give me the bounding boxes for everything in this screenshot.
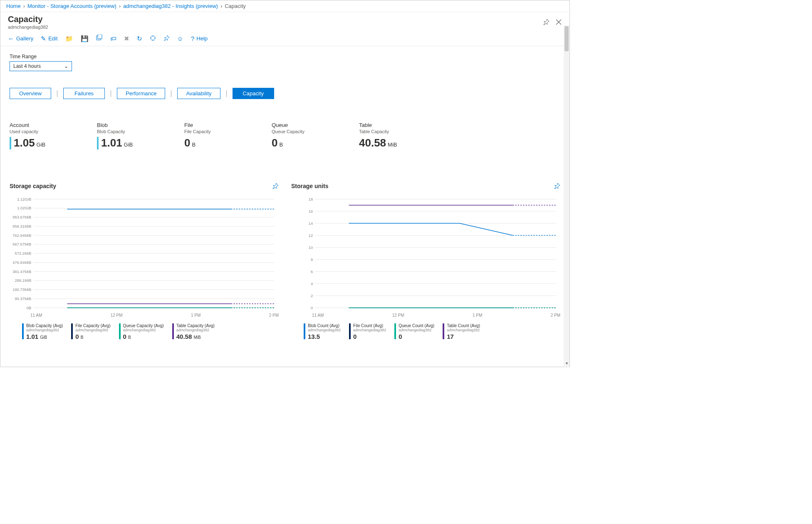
pin-icon[interactable] xyxy=(543,19,550,25)
pin-chart-icon[interactable] xyxy=(272,183,279,189)
svg-text:0: 0 xyxy=(311,305,313,310)
help-button[interactable]: ? Help xyxy=(191,35,208,42)
breadcrumb-home[interactable]: Home xyxy=(6,3,21,9)
svg-text:762.94MiB: 762.94MiB xyxy=(12,233,31,238)
pin-toolbar-button[interactable] xyxy=(163,35,170,42)
help-label: Help xyxy=(196,35,208,42)
pin-icon xyxy=(163,35,170,42)
metric-unit: GiB xyxy=(124,142,133,149)
tab-separator xyxy=(57,90,57,97)
chart-title: Storage units xyxy=(291,183,328,189)
scroll-down-icon[interactable]: ▾ xyxy=(564,360,569,366)
legend-value: 0 B xyxy=(75,333,110,340)
tab-failures[interactable]: Failures xyxy=(63,88,105,99)
svg-text:476.84MiB: 476.84MiB xyxy=(12,260,31,265)
smiley-icon: ☺ xyxy=(177,35,183,42)
question-icon: ? xyxy=(191,35,194,42)
accent-bar xyxy=(97,137,99,149)
legend-value: 1.01 GiB xyxy=(26,333,63,340)
metric-unit: MiB xyxy=(388,142,397,149)
scrollbar-vertical[interactable]: ▾ xyxy=(564,25,569,366)
save-icon: 💾 xyxy=(81,35,89,42)
legend-sub: admchangediag382 xyxy=(123,328,164,332)
legend-sub: admchangediag382 xyxy=(447,328,480,332)
save-as-button[interactable] xyxy=(96,35,103,42)
metric-value: 40.58 xyxy=(359,137,386,149)
legend-name: Blob Capacity (Avg) xyxy=(26,323,63,328)
metric-account: AccountUsed capacity1.05GiB xyxy=(10,122,59,149)
tab-performance[interactable]: Performance xyxy=(117,88,165,99)
tabs-row: OverviewFailuresPerformanceAvailabilityC… xyxy=(10,88,560,99)
legend-value: 0 xyxy=(399,333,434,340)
legend-sub: admchangediag382 xyxy=(353,328,386,332)
legend-item: Blob Count (Avg)admchangediag38213.5 xyxy=(304,323,341,340)
svg-text:667.57MiB: 667.57MiB xyxy=(12,242,31,246)
close-icon[interactable] xyxy=(555,19,562,25)
legend-color-bar xyxy=(304,323,305,339)
breadcrumb-monitor[interactable]: Monitor - Storage Accounts (preview) xyxy=(27,3,116,9)
svg-text:190.73MiB: 190.73MiB xyxy=(12,287,31,292)
metric-subtitle: Queue Capacity xyxy=(272,129,322,134)
refresh-button[interactable]: ↻ xyxy=(137,35,142,42)
legend-value: 0 B xyxy=(123,333,164,340)
breadcrumb-insights[interactable]: admchangediag382 - Insights (preview) xyxy=(123,3,218,9)
metric-blob: BlobBlob Capacity1.01GiB xyxy=(97,122,147,149)
chevron-right-icon: › xyxy=(220,3,222,9)
legend-color-bar xyxy=(119,323,121,339)
edit-button[interactable]: ✎ Edit xyxy=(41,35,57,42)
toolbar: ← Gallery ✎ Edit 📁 💾 🏷 ✖ ↻ ☺ ? Help xyxy=(0,31,569,46)
legend-name: Blob Count (Avg) xyxy=(308,323,341,328)
save-button[interactable]: 💾 xyxy=(81,35,89,42)
feedback-button[interactable]: ☺ xyxy=(177,35,183,42)
svg-text:95.37MiB: 95.37MiB xyxy=(15,296,32,301)
tab-separator xyxy=(226,90,227,97)
open-button[interactable]: 📁 xyxy=(65,35,73,42)
legend-item: Queue Capacity (Avg)admchangediag3820 B xyxy=(119,323,164,340)
svg-rect-1 xyxy=(98,35,102,39)
chart-area: 1.12GiB1.02GiB953.67MiB858.31MiB762.94Mi… xyxy=(10,195,279,312)
accent-bar xyxy=(10,137,11,149)
legend-color-bar xyxy=(443,323,444,339)
metric-title: File xyxy=(184,122,234,128)
breadcrumb: Home › Monitor - Storage Accounts (previ… xyxy=(0,0,569,12)
svg-text:1.12GiB: 1.12GiB xyxy=(17,197,31,201)
svg-text:953.67MiB: 953.67MiB xyxy=(12,215,31,219)
metric-unit: B xyxy=(192,142,196,149)
legend-color-bar xyxy=(172,323,174,339)
legend-sub: admchangediag382 xyxy=(176,328,215,332)
breadcrumb-current: Capacity xyxy=(225,3,246,9)
metric-unit: B xyxy=(279,142,283,149)
chevron-down-icon: ⌄ xyxy=(64,63,68,69)
svg-text:12: 12 xyxy=(309,233,313,238)
time-range-dropdown[interactable]: Last 4 hours ⌄ xyxy=(10,61,72,71)
legend-item: Blob Capacity (Avg)admchangediag3821.01 … xyxy=(22,323,63,340)
page-subtitle: admchangediag382 xyxy=(8,25,48,30)
edit-label: Edit xyxy=(48,35,57,42)
tab-overview[interactable]: Overview xyxy=(10,88,51,99)
tab-availability[interactable]: Availability xyxy=(177,88,220,99)
arrow-left-icon: ← xyxy=(8,35,14,42)
legend-color-bar xyxy=(349,323,351,339)
share-button[interactable] xyxy=(150,35,156,42)
save-copy-icon xyxy=(96,35,103,42)
svg-text:1.02GiB: 1.02GiB xyxy=(17,206,31,210)
delete-button[interactable]: ✖ xyxy=(124,35,129,42)
gallery-button[interactable]: ← Gallery xyxy=(8,35,33,42)
chart-legend: Blob Capacity (Avg)admchangediag3821.01 … xyxy=(10,323,279,340)
tag-button[interactable]: 🏷 xyxy=(110,35,116,42)
svg-text:8: 8 xyxy=(311,257,313,262)
pencil-icon: ✎ xyxy=(41,35,46,42)
legend-item: Queue Count (Avg)admchangediag3820 xyxy=(394,323,434,340)
legend-value: 17 xyxy=(447,333,480,340)
pin-chart-icon[interactable] xyxy=(554,183,560,189)
gallery-label: Gallery xyxy=(16,35,33,42)
legend-sub: admchangediag382 xyxy=(399,328,434,332)
scrollbar-thumb[interactable] xyxy=(564,26,569,51)
svg-text:4: 4 xyxy=(311,281,313,286)
legend-value: 13.5 xyxy=(308,333,341,340)
tab-capacity[interactable]: Capacity xyxy=(233,88,274,99)
svg-text:2: 2 xyxy=(311,293,313,298)
metric-value: 0 xyxy=(184,137,190,149)
metric-subtitle: Blob Capacity xyxy=(97,129,147,134)
svg-text:858.31MiB: 858.31MiB xyxy=(12,224,31,228)
